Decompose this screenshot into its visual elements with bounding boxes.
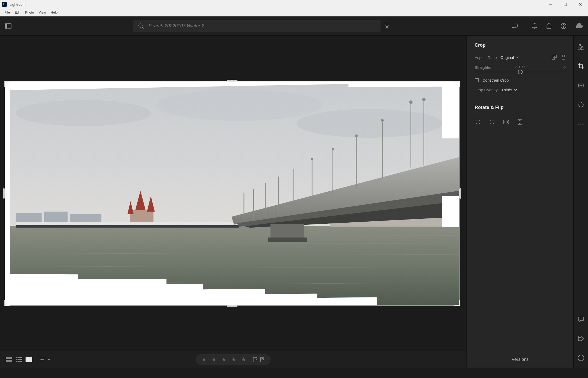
crop-overlay-dropdown[interactable]: Thirds: [501, 88, 517, 92]
detail-view-icon[interactable]: [26, 357, 32, 362]
panels-toggle-icon[interactable]: [5, 23, 11, 29]
undo-icon[interactable]: [511, 23, 518, 29]
svg-point-90: [580, 124, 581, 125]
svg-rect-58: [9, 357, 12, 359]
flag-reject-icon[interactable]: [260, 357, 265, 362]
svg-rect-62: [18, 357, 20, 358]
square-grid-icon[interactable]: [16, 357, 22, 362]
svg-rect-64: [16, 359, 17, 360]
star-rating[interactable]: ★ ★ ★ ★ ★: [201, 356, 248, 363]
svg-point-13: [296, 109, 442, 137]
chevron-down-icon: [47, 358, 51, 361]
svg-point-46: [311, 158, 313, 160]
straighten-auto-button[interactable]: AUTO: [515, 65, 525, 69]
svg-rect-56: [5, 82, 10, 305]
versions-button[interactable]: Versions: [467, 351, 573, 368]
window-minimize-button[interactable]: [543, 0, 558, 9]
svg-rect-54: [442, 196, 459, 227]
grid-view-icon[interactable]: [6, 357, 13, 362]
lock-icon[interactable]: [561, 55, 566, 60]
menu-file[interactable]: File: [2, 9, 12, 16]
svg-rect-78: [562, 57, 565, 60]
crop-handle-left[interactable]: [3, 188, 5, 199]
rotate-ccw-icon[interactable]: [475, 119, 481, 125]
keywords-icon[interactable]: [577, 334, 585, 343]
crop-frame[interactable]: [5, 81, 460, 306]
window-maximize-button[interactable]: [558, 0, 573, 9]
flag-pick-icon[interactable]: [253, 357, 258, 362]
svg-rect-66: [20, 359, 22, 360]
crop-tool-icon[interactable]: [577, 62, 585, 71]
menu-photo[interactable]: Photo: [23, 9, 36, 16]
svg-rect-33: [271, 224, 304, 240]
menu-edit[interactable]: Edit: [12, 9, 23, 16]
search-icon: [138, 23, 144, 29]
crop-corner-tr[interactable]: [454, 81, 460, 87]
menu-view[interactable]: View: [36, 9, 48, 16]
svg-rect-67: [16, 361, 17, 362]
straighten-slider[interactable]: [475, 72, 566, 72]
rotate-aspect-icon[interactable]: [552, 55, 557, 60]
svg-rect-65: [18, 359, 20, 360]
svg-point-89: [578, 124, 579, 125]
svg-point-9: [561, 23, 566, 29]
healing-tool-icon[interactable]: [577, 81, 585, 90]
flip-vertical-icon[interactable]: [517, 119, 524, 125]
window-close-button[interactable]: [573, 0, 588, 9]
search-box[interactable]: [133, 20, 381, 32]
more-icon[interactable]: [577, 120, 585, 129]
edit-sliders-icon[interactable]: [577, 42, 585, 51]
aspect-ratio-dropdown[interactable]: Original: [500, 55, 519, 60]
comments-icon[interactable]: [577, 315, 585, 324]
aspect-ratio-value: Original: [500, 55, 514, 60]
rating-bar: ★ ★ ★ ★ ★: [196, 354, 271, 365]
chevron-down-icon: [516, 56, 519, 59]
menu-help[interactable]: Help: [48, 9, 60, 16]
app-logo: Lr: [2, 2, 7, 7]
rotate-flip-title: Rotate & Flip: [475, 105, 566, 110]
svg-point-44: [332, 148, 334, 149]
constrain-crop-label: Constrain Crop: [482, 78, 509, 82]
svg-point-12: [156, 89, 323, 120]
cloud-icon[interactable]: [575, 23, 583, 29]
svg-rect-69: [20, 361, 22, 362]
crop-title: Crop: [475, 42, 566, 48]
crop-overlay-value: Thirds: [501, 88, 512, 92]
crop-corner-br[interactable]: [454, 300, 460, 306]
slider-thumb[interactable]: [518, 70, 523, 74]
info-icon[interactable]: [577, 353, 585, 362]
help-icon[interactable]: [560, 23, 567, 29]
menu-bar: File Edit Photo View Help: [0, 9, 588, 16]
filter-icon[interactable]: [384, 23, 390, 29]
aspect-ratio-label: Aspect Ratio: [475, 55, 497, 60]
window-title: Lightroom: [9, 2, 26, 7]
crop-handle-top[interactable]: [227, 80, 237, 81]
svg-rect-61: [16, 357, 17, 358]
svg-point-95: [580, 356, 581, 357]
svg-line-8: [142, 27, 143, 28]
svg-rect-6: [5, 24, 7, 28]
bell-icon[interactable]: [532, 23, 537, 29]
tool-strip: [573, 36, 588, 368]
crop-corner-bl[interactable]: [4, 300, 10, 306]
search-input[interactable]: [149, 23, 375, 29]
image-canvas[interactable]: [0, 36, 467, 351]
window-titlebar: Lr Lightroom: [0, 0, 588, 9]
svg-rect-34: [268, 237, 307, 242]
sort-dropdown[interactable]: [40, 357, 51, 362]
crop-corner-tl[interactable]: [4, 81, 10, 87]
share-icon[interactable]: [546, 23, 552, 29]
constrain-crop-checkbox[interactable]: [475, 78, 479, 82]
svg-rect-68: [18, 361, 20, 362]
flip-horizontal-icon[interactable]: [503, 119, 510, 125]
svg-rect-59: [6, 360, 9, 362]
svg-rect-70: [26, 357, 32, 362]
crop-handle-right[interactable]: [460, 188, 461, 199]
svg-point-92: [579, 337, 580, 338]
svg-rect-57: [6, 357, 9, 359]
svg-rect-63: [20, 357, 22, 358]
masking-tool-icon[interactable]: [577, 100, 585, 109]
svg-rect-1: [564, 3, 567, 6]
crop-handle-bottom[interactable]: [227, 306, 237, 307]
rotate-cw-icon[interactable]: [489, 119, 495, 125]
